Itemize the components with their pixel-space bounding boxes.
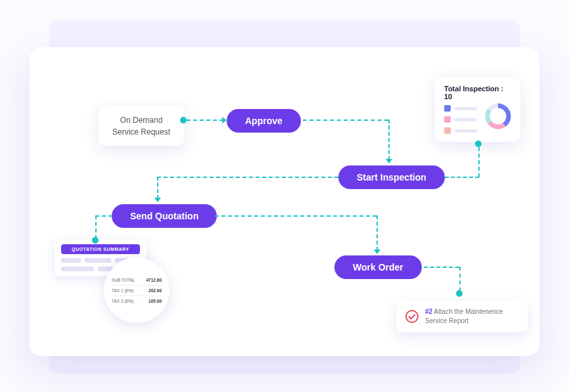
legend-row	[444, 116, 477, 123]
connector-line	[376, 215, 378, 251]
attach-num: #2	[425, 308, 432, 315]
node-send-quotation-label: Send Quotation	[130, 211, 198, 221]
node-start-inspection: Start Inspection	[338, 165, 445, 189]
legend-bar	[455, 129, 477, 133]
connector-line	[215, 215, 376, 217]
node-start-inspection-label: Start Inspection	[357, 172, 426, 183]
quotation-total-row: TAX 2 (6%)105.00	[112, 296, 162, 306]
on-demand-line1: On Demand	[109, 114, 173, 126]
card-inspection-stats: Total Inspection : 10	[435, 77, 520, 142]
attach-text: #2 Attach the Maintenence Service Report	[425, 307, 518, 326]
connector-line	[187, 120, 223, 121]
connector-line	[424, 267, 459, 268]
connector-line	[388, 120, 390, 160]
donut-chart-icon	[484, 102, 512, 131]
quotation-total-row: TAX 1 (6%)202.00	[112, 286, 162, 296]
arrow-down-icon	[374, 250, 380, 254]
qt-label: TAX 1 (6%)	[112, 288, 133, 293]
node-send-quotation: Send Quotation	[112, 204, 217, 228]
inspection-title: Total Inspection : 10	[444, 85, 511, 100]
connector-line	[303, 120, 388, 121]
node-approve: Approve	[227, 109, 301, 133]
checkmark-circle-icon	[405, 310, 419, 323]
connector-dot	[456, 290, 463, 297]
connector-dot	[475, 141, 482, 147]
arrow-down-icon	[154, 198, 161, 202]
card-on-demand-request: On Demand Service Request	[99, 106, 184, 146]
legend-swatch	[444, 127, 451, 134]
node-work-order-label: Work Order	[353, 262, 403, 272]
connector-dot	[92, 237, 99, 244]
connector-line	[478, 147, 480, 177]
connector-line	[445, 177, 479, 178]
quotation-total-row: SUB TOTAL4712.80	[112, 275, 162, 286]
main-canvas: On Demand Service Request Approve Start …	[30, 47, 539, 356]
attach-body: Attach the Maintenence Service Report	[425, 308, 503, 324]
legend-row	[444, 105, 477, 112]
on-demand-line2: Service Request	[109, 126, 173, 138]
qt-value: 105.00	[148, 299, 162, 303]
qt-value: 202.00	[148, 288, 162, 293]
connector-dot	[180, 117, 187, 123]
node-work-order: Work Order	[334, 255, 422, 279]
card-quotation-totals: SUB TOTAL4712.80 TAX 1 (6%)202.00 TAX 2 …	[104, 257, 170, 323]
connector-line	[157, 177, 338, 178]
arrow-down-icon	[386, 159, 392, 163]
connector-line	[95, 215, 97, 239]
quotation-header: QUOTATION SUMMARY	[61, 244, 140, 254]
connector-line	[95, 215, 112, 217]
connector-line	[157, 177, 158, 199]
legend-bar	[455, 107, 477, 110]
card-attach-report: #2 Attach the Maintenence Service Report	[396, 301, 528, 332]
qt-label: SUB TOTAL	[112, 278, 135, 282]
connector-line	[459, 267, 461, 292]
arrow-right-icon	[222, 117, 227, 123]
legend-swatch	[444, 116, 451, 123]
legend-bar	[455, 118, 477, 121]
node-approve-label: Approve	[245, 116, 283, 126]
legend-swatch	[444, 105, 451, 112]
qt-value: 4712.80	[147, 278, 162, 282]
qt-label: TAX 2 (6%)	[112, 299, 133, 303]
legend-row	[444, 127, 477, 134]
